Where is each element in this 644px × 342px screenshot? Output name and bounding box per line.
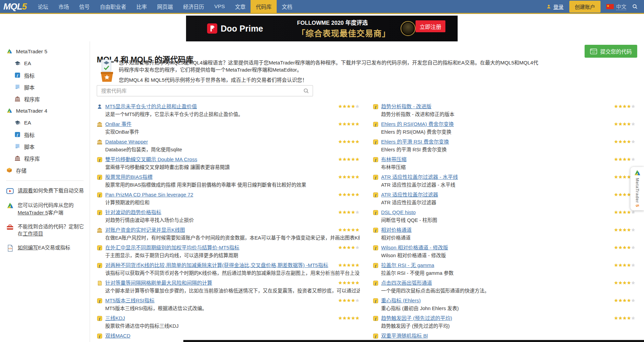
codebase-item-title[interactable]: 三线KDJ xyxy=(105,315,125,322)
codebase-item-title[interactable]: 相对价格通道 xyxy=(381,227,412,233)
nav-item[interactable]: 文档 xyxy=(277,0,297,13)
ad-banner[interactable]: Doo Prime FOLLOWME 2020 年度评选 「综合表现最佳交易商」… xyxy=(186,16,458,41)
nav-item-label: 网页端 xyxy=(157,3,173,10)
codebase-item: f DSL QQE histo ★★★★★ 间断信号线 QQE - 柱形图 xyxy=(373,209,636,224)
sidebar-nav: MetaTrader 5 EA f 指标 脚本 程序库 MetaTrader 4… xyxy=(6,45,90,176)
codebase-item-title[interactable]: 点击四次画出弧形通道 xyxy=(381,280,432,286)
sidebar-item[interactable]: MetaTrader 5 xyxy=(6,45,90,57)
codebase-item-title[interactable]: 布林带压缩 xyxy=(381,156,407,163)
submit-code-button[interactable]: </> 提交您的代码 xyxy=(585,45,637,58)
codebase-item: f 相对价格通道 ★★★★★ 相对价格通道 xyxy=(373,227,636,241)
sidebar-item-label: 指标 xyxy=(24,72,35,79)
codebase-item-desc: 对趋势行情由波动率寻找入场价与止损价 xyxy=(105,217,360,224)
codebase-item-title[interactable]: ATR 适应性拉盖尔过滤器 - 水平线 xyxy=(381,174,458,180)
sidebar-link[interactable]: 您可以访问代码库从您的MetaTrader 5客户端 xyxy=(6,202,90,216)
ad-text: FOLLOWME 2020 年度评选 「综合表现最佳交易商」 xyxy=(297,18,390,39)
nav-item[interactable]: 论坛 xyxy=(33,0,53,13)
codebase-item: f 拉盖尔 RSI - 无 gamma ★★★★★ 拉盖尔 RSI - 不使用 … xyxy=(373,262,636,277)
codebase-item-title[interactable]: OnBar 事件 xyxy=(105,121,132,128)
nav-item[interactable]: 代码库 xyxy=(251,0,277,13)
codebase-item-title[interactable]: Pan PrizMA CD Phase Sin leverage 72 xyxy=(105,191,193,198)
ad-medal-icon xyxy=(401,21,416,36)
gold-divider xyxy=(0,13,644,14)
codebase-item-title[interactable]: 双重平滑随机指标 Bl xyxy=(381,332,428,339)
sidebar-item[interactable]: EA xyxy=(6,57,90,69)
codebase-item-title[interactable]: 股票常用的BIAS指標 xyxy=(105,174,152,180)
codebase-item-title[interactable]: Wilson 相对价格通道 - 修改版 xyxy=(381,244,448,251)
logo-text: MQL xyxy=(3,1,22,12)
metatrader5-float-tab[interactable]: MetaTrader 5 xyxy=(630,167,644,210)
codebase-item-title[interactable]: MT5版本三线RSI指标 xyxy=(105,297,154,304)
codebase-item-title[interactable]: 在外汇中显示不同周期级别的加权平均价与结算价-MT5指标 xyxy=(105,244,239,251)
codebase-item-title[interactable]: 对两种不同货币K线的比较,用简单的加减乘除来计算(获得金油比,交叉盘价格,期差数… xyxy=(105,262,328,269)
sidebar-link[interactable]: </> 如何编写EA交易或指标 xyxy=(6,244,90,252)
codebase-item: f MT5版本三线RSI指标 ★★★★★ MT5版本三线RSI指标，根据通达信公… xyxy=(97,297,360,312)
codebase-item-title[interactable]: 针对等量等间隔网格刷单最大风险和间隔的计算 xyxy=(105,280,212,286)
svg-text:</>: </> xyxy=(8,247,12,250)
metatrader5-float-label: MetaTrader 5 xyxy=(635,178,640,207)
codebase-item-title[interactable]: MT5显示未平仓头寸的总止损和止盈价值 xyxy=(105,103,197,110)
codebase-item-type-icon xyxy=(97,280,103,286)
search-input[interactable] xyxy=(97,86,313,96)
nav-item[interactable]: 网页端 xyxy=(152,0,178,13)
codebase-item-rating: ★★★★★ xyxy=(611,121,636,128)
sidebar-item[interactable]: MetaTrader 4 xyxy=(6,105,90,117)
codebase-item-title[interactable]: Ehlers 的平滑 RSI 费舍尔变换 xyxy=(381,138,449,145)
codebase-item-desc: Database的包装类，简化使用sqlite xyxy=(105,146,360,153)
nav-item[interactable]: 市场 xyxy=(53,0,74,13)
codebase-item-title[interactable]: Ehlers 的 RSI(OMA) 费舍尔变换 xyxy=(381,121,454,128)
codebase-item-title[interactable]: 重心指标 (Ehlers) xyxy=(381,297,421,304)
sidebar-item[interactable]: f 指标 xyxy=(6,69,90,81)
codebase-item-desc: 相对价格通道 xyxy=(381,234,636,241)
nav-item[interactable]: 信号 xyxy=(74,0,95,13)
sidebar-item[interactable]: 存储 xyxy=(6,164,90,176)
codebase-item-title[interactable]: 双线MACD xyxy=(105,332,130,339)
sidebar-link[interactable]: 不能找到合适的代码？定制它在工作项目 xyxy=(6,223,90,238)
sidebar-link-text: 您可以访问代码库从您的MetaTrader 5客户端 xyxy=(18,202,85,216)
sidebar-item-icon xyxy=(6,48,13,55)
mql5-logo[interactable]: MQL5 xyxy=(0,0,33,13)
codebase-item-title[interactable]: 趋势分析指数 - 改进版 xyxy=(381,103,431,110)
codebase-item-title[interactable]: 针对波动的趋势价格指标 xyxy=(105,209,161,216)
codebase-item-rating: ★★★★★ xyxy=(611,227,636,233)
codebase-item-desc: 实现OnBar事件 xyxy=(105,129,360,135)
codebase-item-type-icon: f xyxy=(97,174,103,180)
codebase-item-title[interactable]: 雙平均移動線交叉顯示 Double MA Cross xyxy=(105,156,197,163)
search-icon[interactable] xyxy=(632,4,638,10)
sidebar-item[interactable]: 脚本 xyxy=(6,140,90,152)
codebase-item-type-icon: f xyxy=(97,192,103,198)
nav-right: 登录 创建账户 中文 xyxy=(546,0,644,13)
codebase-item: f 趋势分析指数 - 改进版 ★★★★★ 趋势分析指数 - 改进和修正的版本 xyxy=(373,103,636,118)
codebase-item: f 对两种不同货币K线的比较,用简单的加减乘除来计算(获得金油比,交叉盘价格,期… xyxy=(97,262,360,277)
codebase-item-title[interactable]: 对账户资金的实时记录并显示K线图 xyxy=(105,227,185,233)
magnifier-icon[interactable] xyxy=(303,88,309,94)
codebase-item-title[interactable]: DSL QQE histo xyxy=(381,209,416,216)
sidebar-link[interactable]: 请观看如何免费下载自动交易 xyxy=(6,187,90,195)
language-selector[interactable]: 中文 xyxy=(606,3,626,10)
nav-item[interactable]: 比率 xyxy=(131,0,152,13)
ad-line2: 「综合表现最佳交易商」 xyxy=(297,27,390,39)
sidebar-item[interactable]: 程序库 xyxy=(6,93,90,105)
codebase-item-rating: ★★★★★ xyxy=(611,103,636,110)
nav-item-label: 市场 xyxy=(58,3,69,10)
codebase-item-title[interactable]: ATR 适应性拉盖尔过滤器 xyxy=(381,191,438,198)
codebase-item-title[interactable]: Database Wrapper xyxy=(105,138,148,145)
nav-item[interactable]: 经济日历 xyxy=(178,0,209,13)
sidebar-item[interactable]: 脚本 xyxy=(6,81,90,93)
codebase-column-left: MT5显示未平仓头寸的总止损和止盈价值 ★★★★★ 这是一个MT5的程序，它显示… xyxy=(97,103,360,342)
nav-item[interactable]: 文章 xyxy=(230,0,251,13)
login-link[interactable]: 登录 xyxy=(546,3,564,10)
sidebar-item[interactable]: 程序库 xyxy=(6,152,90,164)
nav-item[interactable]: 自由职业者 xyxy=(95,0,131,13)
ad-register-button[interactable]: 立即注册 xyxy=(416,20,445,32)
signup-button[interactable]: 创建账户 xyxy=(569,1,601,13)
sidebar-item[interactable]: EA xyxy=(6,117,90,129)
codebase-item-rating: ★★★★★ xyxy=(611,138,636,145)
nav-item[interactable]: VPS xyxy=(209,0,230,13)
sidebar-item[interactable]: f 指标 xyxy=(6,129,90,140)
codebase-item-rating: ★★★★★ xyxy=(611,315,636,322)
china-flag-icon xyxy=(606,4,614,9)
codebase-item: f 三线KDJ ★★★★★ 股票软件通达信中的指标三线KDJ xyxy=(97,315,360,329)
codebase-item-title[interactable]: 趋势触发因子 (预先过滤的平均) xyxy=(381,315,452,322)
codebase-item-title[interactable]: 拉盖尔 RSI - 无 gamma xyxy=(381,262,435,269)
